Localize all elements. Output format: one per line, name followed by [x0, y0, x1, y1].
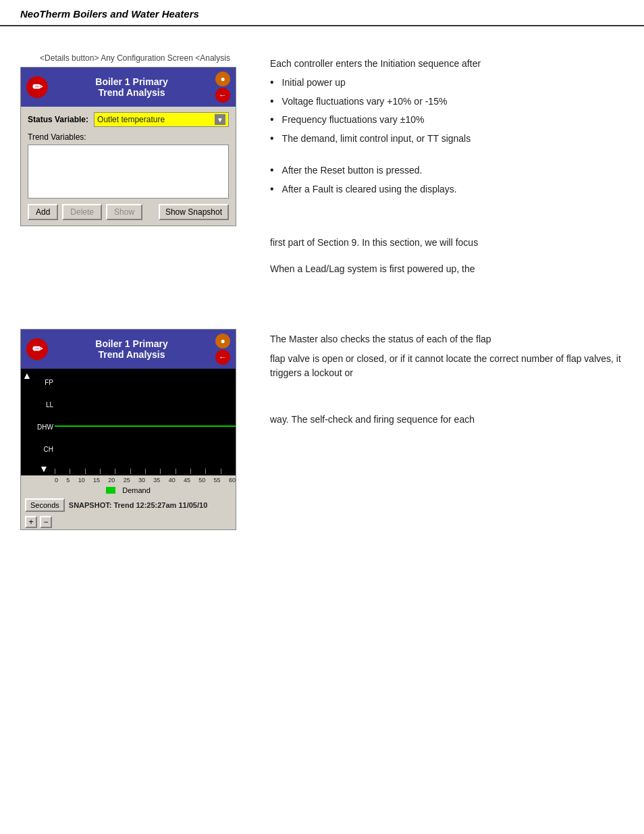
- page-title: NeoTherm Boilers and Water Heaters: [20, 8, 199, 20]
- snapshot-info: SNAPSHOT: Trend 12:25:27am 11/05/10: [69, 501, 207, 509]
- scroll-down-icon[interactable]: ▼: [39, 463, 49, 474]
- y-scroll: ▲: [21, 369, 33, 463]
- show-snapshot-button[interactable]: Show Snapshot: [159, 204, 229, 220]
- trend-variables-box: [28, 145, 229, 199]
- x-label: 5: [66, 477, 70, 484]
- legend-color-box: [106, 487, 115, 494]
- graph-plot: [55, 369, 236, 463]
- panel-icon-left: ✏: [26, 76, 48, 98]
- x-labels-row: 0 5 10 15 20 25 30 35 40 45 50 55 60: [21, 475, 236, 485]
- bullet-item: Voltage fluctuations vary +10% or -15%: [270, 95, 624, 109]
- button-row-1: Add Delete Show Show Snapshot: [28, 204, 229, 220]
- trend-variables-label: Trend Variables:: [28, 132, 229, 142]
- legend-label: Demand: [122, 486, 151, 494]
- y-scroll-down-row: ▼: [21, 463, 236, 475]
- panel-icon-right-2: ●: [215, 334, 230, 348]
- x-label: 50: [198, 477, 205, 484]
- para2-text: When a Lead/Lag system is first powered …: [270, 262, 624, 276]
- x-label: 0: [55, 477, 58, 484]
- left-panel-2: ✏ Boiler 1 Primary Trend Analysis ● ← ▲: [20, 329, 250, 530]
- bullet-list-2: After the Reset button is pressed. After…: [270, 164, 624, 196]
- zoom-plus-button[interactable]: +: [25, 516, 37, 528]
- bullet-item: After the Reset button is pressed.: [270, 164, 624, 178]
- y-label-ll: LL: [46, 401, 53, 409]
- x-label: 45: [184, 477, 190, 484]
- y-label-fp: FP: [45, 379, 53, 386]
- x-label: 40: [169, 477, 176, 484]
- x-label: 15: [93, 477, 100, 484]
- y-labels: FP LL DHW CH: [33, 369, 55, 463]
- panel-title-2: Boiler 1 Primary Trend Analysis: [48, 338, 215, 360]
- para4-text: flap valve is open or closed, or if it c…: [270, 352, 624, 380]
- x-label: 20: [108, 477, 115, 484]
- panel-header-1: ✏ Boiler 1 Primary Trend Analysis ● ←: [21, 68, 236, 107]
- snapshot-text: Trend 12:25:27am 11/05/10: [113, 501, 207, 509]
- zoom-row: + −: [21, 515, 236, 529]
- x-ticks: [55, 469, 236, 474]
- graph-container: ▲ FP LL DHW CH: [21, 369, 236, 463]
- para1-text: first part of Section 9. In this section…: [270, 236, 624, 250]
- panel-header-2: ✏ Boiler 1 Primary Trend Analysis ● ←: [21, 330, 236, 369]
- units-button[interactable]: Seconds: [25, 498, 65, 512]
- legend-row: Demand: [21, 485, 236, 496]
- status-dropdown[interactable]: Outlet temperature ▼: [94, 112, 229, 127]
- bullet-list-1: Initial power up Voltage fluctuations va…: [270, 76, 624, 145]
- x-label: 25: [124, 477, 130, 484]
- x-label: 60: [229, 477, 236, 484]
- para5-text: way. The self-check and firing sequence …: [270, 413, 624, 427]
- delete-button[interactable]: Delete: [62, 204, 102, 220]
- x-label: 55: [214, 477, 221, 484]
- panel-icon-left-2: ✏: [26, 338, 48, 360]
- ui-panel-1: ✏ Boiler 1 Primary Trend Analysis ● ← St…: [20, 67, 236, 226]
- panel-icon-right: ●: [215, 72, 230, 86]
- controls-row: Seconds SNAPSHOT: Trend 12:25:27am 11/05…: [21, 496, 236, 515]
- panel-title-1: Boiler 1 Primary Trend Analysis: [48, 76, 215, 98]
- bullet-item: After a Fault is cleared using the displ…: [270, 183, 624, 197]
- caption-1: <Details button> Any Configuration Scree…: [20, 53, 250, 63]
- x-numbers: 0 5 10 15 20 25 30 35 40 45 50 55 60: [55, 477, 236, 484]
- bullet-item: Initial power up: [270, 76, 624, 90]
- add-button[interactable]: Add: [28, 204, 58, 220]
- bullet-item: The demand, limit control input, or TT s…: [270, 132, 624, 146]
- x-label: 35: [153, 477, 160, 484]
- panel-back-icon-2[interactable]: ←: [215, 350, 230, 365]
- trend-line: [55, 425, 236, 427]
- x-label: 30: [138, 477, 145, 484]
- ui-panel-2: ✏ Boiler 1 Primary Trend Analysis ● ← ▲: [20, 329, 236, 530]
- panel-back-icon[interactable]: ←: [215, 88, 230, 103]
- status-row: Status Variable: Outlet temperature ▼: [28, 112, 229, 127]
- right-panel-2: The Master also checks the status of eac…: [270, 329, 624, 432]
- status-value: Outlet temperature: [97, 115, 165, 124]
- intro-text: Each controller enters the Initiation se…: [270, 57, 624, 71]
- panel-body-1: Status Variable: Outlet temperature ▼ Tr…: [21, 107, 236, 226]
- show-button[interactable]: Show: [106, 204, 142, 220]
- page-header: NeoTherm Boilers and Water Heaters: [0, 0, 644, 26]
- left-panel-1: <Details button> Any Configuration Scree…: [20, 53, 250, 226]
- x-label: 10: [78, 477, 85, 484]
- status-variable-label: Status Variable:: [28, 115, 88, 124]
- bullet-item: Frequency fluctuations vary ±10%: [270, 113, 624, 127]
- zoom-minus-button[interactable]: −: [40, 516, 52, 528]
- y-label-dhw: DHW: [37, 423, 53, 431]
- dropdown-arrow-icon[interactable]: ▼: [215, 114, 225, 125]
- right-panel-1: Each controller enters the Initiation se…: [270, 53, 624, 282]
- para3-text: The Master also checks the status of eac…: [270, 332, 624, 346]
- scroll-up-icon[interactable]: ▲: [22, 370, 32, 381]
- y-label-ch: CH: [44, 446, 53, 453]
